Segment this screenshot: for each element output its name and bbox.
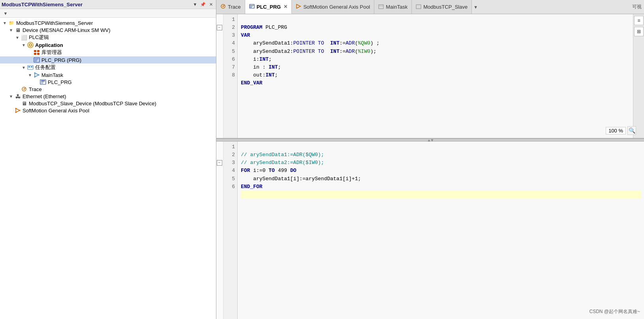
left-panel-header: ModbusTCPWithSiemens_Server ▼ 📌 ✕	[0, 0, 216, 9]
tree-label-softmotion: SoftMotion General Axis Pool	[23, 108, 89, 114]
toggle-maintask[interactable]: ▼	[27, 73, 33, 77]
toggle-ethernet[interactable]: ▼	[8, 94, 14, 99]
svg-rect-40	[416, 5, 421, 9]
tree-item-softmotion[interactable]: SoftMotion General Axis Pool	[0, 107, 216, 114]
tab-softmotion-label: SoftMotion General Axis Pool	[303, 4, 370, 10]
tree-item-root[interactable]: ▼ 📁 ModbusTCPWithSiemens_Server	[0, 19, 216, 26]
trace-tab-icon	[220, 4, 226, 10]
svg-point-17	[34, 76, 36, 78]
bfold-6	[216, 183, 223, 191]
rtool-grid-btn[interactable]: ⊞	[634, 27, 644, 36]
tree-label-taskconfig: 任务配置	[35, 64, 56, 71]
svg-point-28	[15, 112, 17, 113]
tree-item-ethernet[interactable]: ▼ 🖧 Ethernet (Ethernet)	[0, 93, 216, 100]
toggle-plclogic[interactable]: ▼	[14, 35, 21, 40]
bvar-arysend: arySendData1[i]:=arySendData1[i]+1;	[253, 176, 361, 182]
tab-modbus[interactable]: ModbusTCP_Slave	[412, 0, 472, 14]
fold-icon-b3[interactable]: −	[217, 160, 222, 166]
tree-item-device[interactable]: ▼ 🖥 Device (MESNAC ARM-Linux SM WV)	[0, 26, 216, 34]
modbus-tab-icon	[416, 4, 421, 10]
zoom-control: 100 % 🔍	[606, 126, 636, 135]
zoom-btn[interactable]: 🔍	[627, 126, 636, 135]
top-code-text[interactable]: PROGRAM PLC_PRG VAR arySendData1:POINTER…	[238, 14, 633, 138]
tree-item-taskconfig[interactable]: ▼ 任务配置	[0, 63, 216, 71]
tabs-overflow-btn[interactable]: ▼	[472, 0, 479, 14]
tree-item-plcprg[interactable]: PLC_PRG (PRG)	[0, 56, 216, 63]
bline-num-6: 6	[226, 183, 235, 191]
softmotion-icon	[14, 107, 21, 114]
tab-trace[interactable]: Trace	[216, 0, 245, 14]
tab-trace-label: Trace	[228, 4, 241, 10]
zoom-value: 100 %	[606, 127, 626, 134]
toggle-root[interactable]: ▼	[2, 21, 8, 25]
line-num-1: 1	[226, 16, 235, 24]
svg-rect-5	[34, 53, 36, 55]
toggle-application[interactable]: ▼	[21, 43, 27, 47]
maintask-tab-icon	[378, 4, 384, 10]
ethernet-icon: 🖧	[14, 93, 21, 99]
tab-plcprg[interactable]: PLC_PRG ✕	[245, 0, 292, 14]
watermark: CSDN @起个网名真难~	[589, 308, 640, 315]
line-num-7: 7	[226, 63, 235, 71]
tree-item-maintask[interactable]: ▼ MainTask	[0, 71, 216, 78]
close-icon[interactable]: ✕	[207, 1, 214, 8]
bline-num-2: 2	[226, 151, 235, 159]
fold-5	[216, 48, 223, 56]
type-int: INT	[330, 40, 339, 46]
left-panel-toolbar: ▼	[0, 9, 216, 18]
tab-softmotion[interactable]: SoftMotion General Axis Pool	[292, 0, 374, 14]
plcprg2-icon	[39, 79, 47, 85]
tree-item-plclogic[interactable]: ▼ ⬜ PLC逻辑	[0, 34, 216, 41]
type-int4: INT	[268, 64, 278, 70]
tree-item-library[interactable]: 库管理器	[0, 49, 216, 56]
tree-label-root: ModbusTCPWithSiemens_Server	[16, 20, 93, 26]
rtool-lines-btn[interactable]: ≡	[634, 16, 644, 25]
fold-1	[216, 16, 223, 24]
tree-label-library: 库管理器	[41, 49, 62, 56]
svg-rect-12	[28, 66, 30, 67]
comment-2: // arySendData2:=ADR($IW0);	[241, 160, 324, 166]
svg-rect-4	[37, 50, 39, 52]
tree-label-plcprg2: PLC_PRG	[48, 79, 72, 85]
empty-line-highlight[interactable]	[241, 191, 641, 199]
toggle-device[interactable]: ▼	[8, 28, 14, 32]
maintask-icon	[33, 72, 40, 78]
toggle-taskconfig[interactable]: ▼	[21, 65, 27, 70]
fold-icon-2[interactable]: −	[217, 25, 222, 30]
tree-label-plcprg: PLC_PRG (PRG)	[41, 57, 81, 63]
project-tree: ▼ 📁 ModbusTCPWithSiemens_Server ▼ 🖥 Devi…	[0, 18, 216, 319]
svg-point-26	[15, 108, 17, 109]
bottom-code-pane: − 1 2 3 4 5 6 // arySendData1:=ADR($QW0)…	[216, 142, 644, 319]
fold-2[interactable]: −	[216, 24, 223, 32]
tab-maintask[interactable]: MainTask	[374, 0, 412, 14]
line-num-3: 3	[226, 32, 235, 39]
tree-label-ethernet: Ethernet (Ethernet)	[23, 93, 66, 99]
bottom-code-text[interactable]: // arySendData1:=ADR($QW0); // arySendDa…	[238, 142, 644, 319]
fold-3	[216, 32, 223, 39]
svg-rect-13	[31, 66, 32, 67]
svg-point-15	[34, 73, 36, 74]
bottom-line-numbers: 1 2 3 4 5 6	[223, 142, 238, 319]
bline-num-5: 5	[226, 175, 235, 183]
pin-icon[interactable]: 📌	[199, 1, 207, 8]
bfold-4	[216, 167, 223, 175]
bfold-3[interactable]: −	[216, 159, 223, 167]
dropdown-arrow-icon[interactable]: ▼	[2, 9, 9, 17]
kw-adr2: ADR	[345, 49, 355, 54]
fold-6	[216, 56, 223, 63]
tree-item-modbustcp[interactable]: 🖥 ModbusTCP_Slave_Device (ModbusTCP Slav…	[0, 100, 216, 107]
tree-item-trace[interactable]: Trace	[0, 86, 216, 93]
top-line-numbers: 1 2 3 4 5 6 7 8	[223, 14, 238, 138]
bottom-fold-col: −	[216, 142, 223, 319]
tab-plcprg-close[interactable]: ✕	[284, 4, 287, 9]
tree-item-plcprg2[interactable]: PLC_PRG	[0, 78, 216, 86]
dropdown-icon[interactable]: ▼	[192, 1, 199, 8]
device-icon: 🖥	[14, 27, 21, 33]
tree-label-application: Application	[35, 42, 63, 48]
tree-item-application[interactable]: ▼ Application	[0, 41, 216, 49]
top-code-content: − 1 2 3 4 5 6 7 8	[216, 14, 633, 138]
kw-var: VAR	[241, 32, 250, 38]
visible-label: 可视	[630, 0, 644, 14]
pane-splitter[interactable]: ▲▼	[216, 138, 644, 142]
kw-endfor: END_FOR	[241, 184, 263, 190]
